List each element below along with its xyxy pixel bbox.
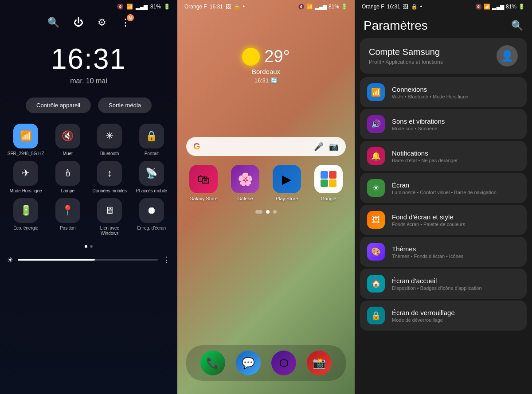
p3-battery-text: 81% xyxy=(506,4,516,10)
p3-connexions-text: Connexions Wi-Fi • Bluetooth • Mode Hors… xyxy=(392,86,468,99)
p3-fond-sub: Fonds écran • Palette de couleurs xyxy=(392,222,465,227)
p3-fond-text: Fond d'écran et style Fonds écran • Pale… xyxy=(392,213,465,227)
p3-verrouillage-title: Écran de verrouillage xyxy=(392,309,455,316)
p3-status-left: Orange F 16:31 🖼 🔒 • xyxy=(362,4,422,10)
p1-hotspot-tile-icon: 📡 xyxy=(139,161,164,186)
p1-screen-record-tile-icon: ⏺ xyxy=(139,198,164,223)
p2-galerie-icon: 🌸 xyxy=(231,165,259,193)
p1-quick-settings-grid: 📶 SFR_2948_5G HZ 🔇 Muet ✳ Bluetooth 🔒 Po… xyxy=(0,124,177,236)
p2-voice-search-icon[interactable]: 🎤 xyxy=(314,142,324,152)
p1-tile-location[interactable]: 📍 Position xyxy=(49,198,87,236)
p3-account-avatar: 👤 xyxy=(497,45,518,66)
p3-notifications-sub: Barre d'état • Ne pas déranger xyxy=(392,158,458,163)
p2-dock-samsung[interactable]: ⬡ xyxy=(271,351,296,375)
p2-refresh-icon: 🔄 xyxy=(270,77,278,84)
p1-tile-mute[interactable]: 🔇 Muet xyxy=(49,124,87,156)
p2-mute-icon: 🔇 xyxy=(298,4,305,10)
p2-dock-messages[interactable]: 💬 xyxy=(236,351,261,375)
p1-portrait-tile-label: Portrait xyxy=(145,151,159,156)
p1-wifi-tile-icon: 📶 xyxy=(13,124,38,148)
p3-lock-icon: 🔒 xyxy=(411,4,418,10)
p3-status-right: 🔇 📶 ▂▄▆ 81% 🔋 xyxy=(475,4,525,10)
p3-ecran-title: Écran xyxy=(392,181,497,189)
p1-tile-airplane[interactable]: ✈ Mode Hors ligne xyxy=(7,161,45,194)
p2-sun-icon xyxy=(242,48,260,66)
p3-setting-ecran[interactable]: ☀ Écran Luminosité • Confort visuel • Ba… xyxy=(360,173,527,203)
p1-date: mar. 10 mai xyxy=(0,77,177,85)
p1-data-tile-label: Données mobiles xyxy=(93,188,127,194)
p1-search-button[interactable]: 🔍 xyxy=(47,17,59,28)
p2-dock-camera[interactable]: 📸 xyxy=(307,351,332,375)
p3-setting-sons[interactable]: 🔊 Sons et vibrations Mode son • Sonnerie xyxy=(360,109,527,139)
p3-search-button[interactable]: 🔍 xyxy=(511,20,523,31)
p3-setting-notifications[interactable]: 🔔 Notifications Barre d'état • Ne pas dé… xyxy=(360,141,527,171)
p3-connexions-title: Connexions xyxy=(392,86,468,93)
p1-page-dots xyxy=(0,245,177,248)
p1-tile-link-windows[interactable]: 🖥 Lien avec Windows xyxy=(91,198,129,236)
p3-fond-title: Fond d'écran et style xyxy=(392,213,465,221)
p1-torch-tile-label: Lampe xyxy=(61,188,74,194)
p2-status-time: 16:31 xyxy=(210,4,223,10)
p2-temperature: 29° xyxy=(264,47,289,66)
p1-tile-battery-save[interactable]: 🔋 Éco. énergie xyxy=(7,198,45,236)
p2-weather-time: 16:31 🔄 xyxy=(254,77,278,84)
p3-sons-text: Sons et vibrations Mode son • Sonnerie xyxy=(392,117,445,131)
p1-tile-data[interactable]: ↕ Données mobiles xyxy=(91,161,129,194)
p3-ecran-icon: ☀ xyxy=(367,179,385,197)
p2-page-dot-next xyxy=(273,210,277,214)
p1-brightness-low-icon: ☀ xyxy=(7,256,13,264)
p3-header: Paramètres 🔍 xyxy=(355,12,532,38)
p1-tile-bluetooth[interactable]: ✳ Bluetooth xyxy=(91,124,129,156)
p2-google-label: Google xyxy=(321,196,336,201)
p1-airplane-tile-icon: ✈ xyxy=(13,161,38,186)
p1-sortie-button[interactable]: Sortie média xyxy=(98,98,152,113)
p3-gallery-icon: 🖼 xyxy=(403,4,408,10)
p3-setting-accueil[interactable]: 🏠 Écran d'accueil Disposition • Badges d… xyxy=(360,269,527,299)
p3-notifications-icon: 🔔 xyxy=(367,147,385,165)
p3-account-card[interactable]: Compte Samsung Profil • Applications et … xyxy=(360,38,527,74)
p2-app-play-store[interactable]: ▶ Play Store xyxy=(270,165,304,201)
p3-account-info: Compte Samsung Profil • Applications et … xyxy=(369,47,443,65)
p1-tile-portrait[interactable]: 🔒 Portrait xyxy=(133,124,171,156)
p2-weather-row: 29° xyxy=(242,47,289,66)
p2-status-bar: Orange F 16:31 🖼 🔒 • 🔇 📶 ▂▄▆ 81% 🔋 xyxy=(177,0,355,12)
p2-app-google[interactable]: Google xyxy=(311,165,346,201)
p1-hotspot-tile-label: Pt accès mobile xyxy=(136,188,167,194)
p1-settings-button[interactable]: ⚙ xyxy=(98,17,106,28)
p1-tile-wifi[interactable]: 📶 SFR_2948_5G HZ xyxy=(7,124,45,156)
p3-sons-icon: 🔊 xyxy=(367,115,385,133)
p3-setting-connexions[interactable]: 📶 Connexions Wi-Fi • Bluetooth • Mode Ho… xyxy=(360,77,527,107)
p2-lens-search-icon[interactable]: 📷 xyxy=(329,142,339,152)
p1-menu-button[interactable]: ⋮ N xyxy=(121,17,130,28)
p2-search-voice-camera: 🎤 📷 xyxy=(314,142,339,152)
p1-wifi-tile-label: SFR_2948_5G HZ xyxy=(8,151,44,156)
p2-app-galerie[interactable]: 🌸 Galerie xyxy=(228,165,262,201)
p3-setting-verrouillage[interactable]: 🔒 Écran de verrouillage Mode de déverrou… xyxy=(360,300,527,331)
p2-battery-icon: 🔋 xyxy=(341,4,348,10)
p2-app-galaxy-store[interactable]: 🛍 Galaxy Store xyxy=(186,165,221,201)
p2-dock: 📞 💬 ⬡ 📸 xyxy=(186,345,346,381)
p1-brightness-more-icon[interactable]: ⋮ xyxy=(162,255,170,265)
p3-verrouillage-sub: Mode de déverrouillage xyxy=(392,317,455,323)
p1-tile-screen-record[interactable]: ⏺ Enreg. d'écran xyxy=(133,198,171,236)
p3-connexions-icon: 📶 xyxy=(367,83,385,101)
p1-tile-hotspot[interactable]: 📡 Pt accès mobile xyxy=(133,161,171,194)
p1-power-button[interactable]: ⏻ xyxy=(74,17,83,28)
notification-shade-panel: 🔇 📶 ▂▄▆ 81% 🔋 🔍 ⏻ ⚙ ⋮ N 16:31 mar. 10 ma… xyxy=(0,0,177,394)
p2-signal-icon: ▂▄▆ xyxy=(315,4,327,10)
p2-lock-icon: 🔒 xyxy=(234,4,240,10)
p3-status-time: 16:31 xyxy=(387,4,400,10)
p3-sons-title: Sons et vibrations xyxy=(392,117,445,125)
p2-dock-phone[interactable]: 📞 xyxy=(200,351,225,375)
p3-wifi-icon: 📶 xyxy=(484,4,490,10)
p1-tile-torch[interactable]: 🕯 Lampe xyxy=(49,161,87,194)
p2-search-bar[interactable]: G 🎤 📷 xyxy=(186,137,346,156)
p2-page-dot-current xyxy=(266,210,270,214)
p1-controle-button[interactable]: Contrôle appareil xyxy=(26,98,91,113)
p1-brightness-fill xyxy=(18,259,95,261)
p1-brightness-slider[interactable] xyxy=(18,259,158,261)
p3-setting-fond[interactable]: 🖼 Fond d'écran et style Fonds écran • Pa… xyxy=(360,205,527,235)
p2-battery-text: 81% xyxy=(329,4,339,10)
p3-setting-themes[interactable]: 🎨 Thèmes Thèmes • Fonds d'écran • Icônes xyxy=(360,237,527,267)
p2-app-grid: 🛍 Galaxy Store 🌸 Galerie ▶ Play Store Go… xyxy=(177,165,355,201)
